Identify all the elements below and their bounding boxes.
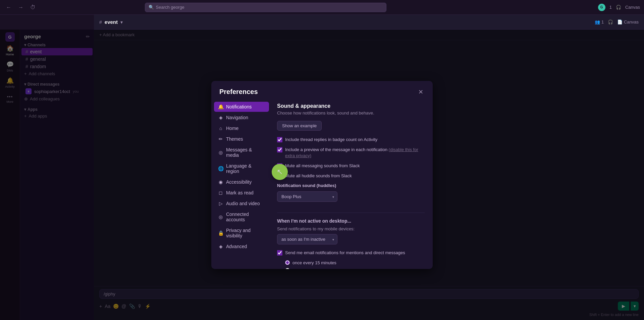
section-title: Sound & appearance (277, 103, 425, 109)
pref-language-label: Language & region (226, 163, 265, 174)
home-pref-icon: ⌂ (218, 126, 223, 131)
notification-sound-label: Notification sound (huddles) (277, 183, 425, 188)
topbar: ← → ⏱ 🔍 Search george G 1 🎧 Canvas (0, 0, 644, 15)
radio-15min[interactable] (285, 260, 290, 265)
privacy-icon: 🔒 (218, 230, 223, 236)
connected-accounts-icon: ◎ (218, 214, 223, 220)
radio-hour-label: once an hour (292, 268, 318, 269)
pref-item-mark-as-read[interactable]: ◻ Mark as read (214, 188, 269, 198)
checkbox-row-3: Mute all messaging sounds from Slack (277, 163, 425, 169)
notification-sound-select[interactable]: Boop Plus Boop Ding Knock Plink Womp (277, 191, 337, 202)
topbar-right: G 1 🎧 Canvas (598, 4, 640, 11)
pref-advanced-label: Advanced (226, 244, 247, 249)
pref-themes-label: Themes (226, 136, 243, 142)
checkbox-mute-huddle-label: Mute all huddle sounds from Slack (285, 173, 352, 179)
pref-connected-label: Connected accounts (226, 212, 265, 222)
pref-notifications-label: Notifications (226, 104, 252, 109)
forward-button[interactable]: → (16, 3, 25, 12)
channel-header: # event ▾ 👥 1 🎧 📄 Canvas (94, 15, 644, 30)
modal-close-button[interactable]: ✕ (417, 88, 425, 96)
notifications-icon: 🔔 (218, 104, 223, 109)
preferences-sidebar: 🔔 Notifications ◈ Navigation ⌂ Home ✏ Th… (211, 102, 272, 269)
member-count: 1 (609, 5, 612, 10)
radio-row-15min: once every 15 minutes (277, 260, 425, 265)
member-count-badge[interactable]: 👥 1 (595, 19, 604, 25)
main-layout: G 🏠 Home 💬 DMs 🔔 Activity ••• More georg… (0, 15, 644, 320)
checkbox-email-label: Send me email notifications for mentions… (285, 250, 405, 256)
accessibility-icon: ◉ (218, 179, 223, 185)
pref-item-home[interactable]: ⌂ Home (214, 123, 269, 133)
pref-item-navigation[interactable]: ◈ Navigation (214, 112, 269, 123)
pref-item-messages-media[interactable]: ◎ Messages & media (214, 145, 269, 160)
section-desc: Choose how notifications look, sound and… (277, 110, 425, 116)
checkbox-mute-messaging-label: Mute all messaging sounds from Slack (285, 163, 360, 169)
pref-item-advanced[interactable]: ◈ Advanced (214, 241, 269, 252)
user-avatar-small: G (598, 4, 605, 11)
huddle-icon[interactable]: 🎧 (616, 5, 621, 10)
checkbox-message-preview-label: Include a preview of the message in each… (285, 147, 425, 159)
pref-item-themes[interactable]: ✏ Themes (214, 134, 269, 144)
pref-messages-label: Messages & media (226, 147, 265, 158)
search-text: Search george (156, 5, 184, 10)
canvas-button-header[interactable]: 📄 Canvas (617, 19, 639, 25)
modal-overlay: Preferences ✕ 🔔 Notifications ◈ Navigati… (0, 30, 644, 320)
canvas-button[interactable]: Canvas (625, 5, 640, 10)
checkbox-mute-messaging[interactable] (277, 163, 282, 169)
notification-sound-wrapper: Boop Plus Boop Ding Knock Plink Womp ▾ (277, 191, 337, 202)
mobile-send-wrapper: as soon as I'm inactive after 1 minute a… (277, 234, 337, 244)
pref-navigation-label: Navigation (226, 115, 248, 120)
show-example-button[interactable]: Show an example (277, 121, 322, 131)
checkbox-email-notifications[interactable] (277, 250, 282, 256)
audio-video-icon: ▷ (218, 201, 223, 206)
pref-item-notifications[interactable]: 🔔 Notifications (214, 102, 269, 112)
radio-hour[interactable] (285, 268, 290, 269)
mobile-send-select[interactable]: as soon as I'm inactive after 1 minute a… (277, 234, 337, 244)
mark-read-icon: ◻ (218, 190, 223, 195)
advanced-icon: ◈ (218, 244, 223, 249)
mobile-send-label: Send notifications to my mobile devices: (277, 226, 425, 231)
channel-header-right: 👥 1 🎧 📄 Canvas (595, 19, 639, 25)
checkbox-thread-replies[interactable] (277, 137, 282, 142)
checkbox-row-4: Mute all huddle sounds from Slack (277, 173, 425, 179)
pref-item-connected-accounts[interactable]: ◎ Connected accounts (214, 209, 269, 225)
channel-chevron[interactable]: ▾ (120, 19, 123, 25)
themes-icon: ✏ (218, 136, 223, 142)
preferences-content: Sound & appearance Choose how notificati… (272, 102, 433, 269)
messages-icon: ◎ (218, 150, 223, 155)
search-icon: 🔍 (149, 5, 154, 10)
radio-15min-label: once every 15 minutes (292, 260, 336, 265)
navigation-icon: ◈ (218, 115, 223, 120)
pref-item-accessibility[interactable]: ◉ Accessibility (214, 177, 269, 187)
checkbox-row-2: Include a preview of the message in each… (277, 147, 425, 159)
language-icon: 🌐 (218, 166, 223, 171)
radio-row-hour: once an hour (277, 268, 425, 269)
search-bar[interactable]: 🔍 Search george (145, 3, 386, 12)
pref-mark-read-label: Mark as read (226, 190, 254, 195)
checkbox-message-preview[interactable] (277, 147, 282, 152)
modal-title: Preferences (219, 88, 258, 96)
back-button[interactable]: ← (4, 3, 13, 12)
huddle-button[interactable]: 🎧 (608, 19, 613, 25)
channel-title: event (105, 19, 118, 25)
modal-body: 🔔 Notifications ◈ Navigation ⌂ Home ✏ Th… (211, 102, 433, 269)
checkbox-thread-replies-label: Include thread replies in badge count on… (285, 137, 377, 143)
checkbox-row-1: Include thread replies in badge count on… (277, 137, 425, 143)
preferences-modal: Preferences ✕ 🔔 Notifications ◈ Navigati… (211, 81, 433, 269)
modal-header: Preferences ✕ (211, 81, 433, 102)
checkbox-mute-huddle[interactable] (277, 173, 282, 179)
channel-hash: # (99, 19, 102, 25)
pref-item-privacy[interactable]: 🔒 Privacy and visibility (214, 225, 269, 241)
pref-audio-video-label: Audio and video (226, 201, 260, 206)
pref-accessibility-label: Accessibility (226, 179, 252, 185)
email-checkbox-row: Send me email notifications for mentions… (277, 250, 425, 256)
divider (277, 213, 425, 213)
pref-home-label: Home (226, 126, 238, 131)
when-inactive-title: When I'm not active on desktop... (277, 218, 425, 224)
history-button[interactable]: ⏱ (28, 3, 38, 12)
pref-item-audio-video[interactable]: ▷ Audio and video (214, 198, 269, 209)
pref-item-language[interactable]: 🌐 Language & region (214, 161, 269, 176)
pref-privacy-label: Privacy and visibility (226, 228, 265, 238)
